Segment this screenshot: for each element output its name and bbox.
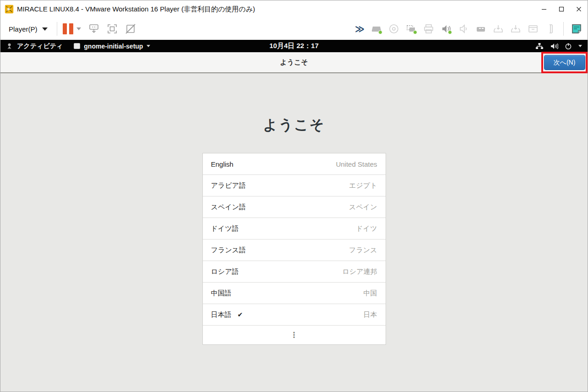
chevron-down-icon[interactable] xyxy=(578,45,582,47)
language-region: ロシア連邦 xyxy=(342,267,377,276)
language-name: 日本語 xyxy=(211,310,232,319)
welcome-heading: ようこそ xyxy=(0,115,588,135)
language-region: United States xyxy=(336,160,377,168)
status-green-dot xyxy=(448,30,452,34)
language-region: スペイン xyxy=(349,203,377,212)
language-row[interactable]: フランス語フランス xyxy=(203,240,386,261)
welcome-screen: ようこそ EnglishUnited Statesアラビア語エジプトスペイン語ス… xyxy=(0,74,588,392)
power-icon[interactable] xyxy=(565,43,572,50)
language-region: ドイツ xyxy=(356,224,377,233)
player-menu-label: Player(P) xyxy=(9,25,38,33)
language-name: スペイン語 xyxy=(211,203,246,212)
sound-card-icon[interactable] xyxy=(440,22,452,35)
distro-logo-icon xyxy=(6,43,13,49)
gnome-top-bar: アクティビティ gnome-initial-setup 10月4日 22：17 xyxy=(0,40,588,52)
usb-device-icon[interactable] xyxy=(474,22,487,35)
status-green-dot xyxy=(413,30,417,34)
language-name: アラビア語 xyxy=(211,181,246,190)
setup-header-bar: ようこそ 次へ(N) xyxy=(0,52,588,73)
check-icon: ✔ xyxy=(238,311,243,318)
toolbar-separator xyxy=(563,22,564,36)
language-list: EnglishUnited Statesアラビア語エジプトスペイン語スペインドイ… xyxy=(202,153,386,345)
vmware-player-logo-icon xyxy=(4,4,14,14)
unity-mode-button[interactable] xyxy=(124,22,137,35)
suspend-options-chevron-icon[interactable] xyxy=(76,27,81,30)
suspend-vm-button[interactable] xyxy=(63,23,73,34)
language-name: ロシア語 xyxy=(211,267,239,276)
language-row[interactable]: ロシア語ロシア連邦 xyxy=(203,261,386,283)
vmware-window: { "vmware": { "title": "MIRACLE LINUX8.4… xyxy=(0,0,588,392)
chevron-down-icon xyxy=(147,45,150,47)
app-menu-button[interactable]: gnome-initial-setup xyxy=(74,43,150,50)
maximize-button[interactable] xyxy=(553,0,570,18)
language-row[interactable]: 中国語中国 xyxy=(203,283,386,304)
printer-icon[interactable] xyxy=(422,22,435,35)
send-ctrl-alt-del-button[interactable] xyxy=(87,22,100,35)
vmware-toolbar: Player(P) ≫ xyxy=(0,18,588,40)
archive-box-icon[interactable] xyxy=(527,22,539,35)
wired-network-icon[interactable] xyxy=(535,43,544,50)
status-green-dot xyxy=(378,30,382,34)
speaker-icon[interactable] xyxy=(457,22,470,35)
close-button[interactable] xyxy=(570,0,588,18)
language-row[interactable]: スペイン語スペイン xyxy=(203,196,386,218)
language-region: フランス xyxy=(349,246,377,255)
window-title: MIRACLE LINUX8.4 - VMware Workstation 16… xyxy=(17,5,255,14)
annotation-highlight: 次へ(N) xyxy=(541,52,588,73)
language-rows: EnglishUnited Statesアラビア語エジプトスペイン語スペインドイ… xyxy=(203,153,386,326)
language-region: エジプト xyxy=(349,181,377,190)
app-menu-label: gnome-initial-setup xyxy=(84,43,143,50)
language-row[interactable]: ドイツ語ドイツ xyxy=(203,218,386,240)
setup-header-title: ようこそ xyxy=(280,58,308,67)
player-menu-button[interactable]: Player(P) xyxy=(5,22,51,36)
language-row[interactable]: EnglishUnited States xyxy=(203,153,386,175)
shared-folder-icon-2[interactable] xyxy=(509,22,522,35)
chevron-down-icon xyxy=(42,27,48,31)
window-icon xyxy=(74,43,80,49)
language-row[interactable]: 日本語✔日本 xyxy=(203,304,386,326)
language-row[interactable]: アラビア語エジプト xyxy=(203,175,386,196)
language-name: English xyxy=(211,160,234,168)
activities-label: アクティビティ xyxy=(17,42,63,50)
fullscreen-button[interactable] xyxy=(106,22,119,35)
hard-disk-icon[interactable] xyxy=(370,22,383,35)
language-region: 日本 xyxy=(364,310,377,319)
vmware-titlebar: MIRACLE LINUX8.4 - VMware Workstation 16… xyxy=(0,0,588,18)
more-languages-row[interactable]: ⋮ xyxy=(203,326,386,344)
shared-folder-icon[interactable] xyxy=(492,22,505,35)
volume-icon[interactable] xyxy=(550,43,558,50)
next-button[interactable]: 次へ(N) xyxy=(544,55,585,70)
language-region: 中国 xyxy=(364,289,377,298)
minimize-button[interactable] xyxy=(535,0,553,18)
language-name: ドイツ語 xyxy=(211,224,239,233)
language-name: フランス語 xyxy=(211,246,246,255)
cd-drive-icon[interactable] xyxy=(387,22,400,35)
language-name: 中国語 xyxy=(211,289,232,298)
sticky-note-icon[interactable] xyxy=(570,22,583,35)
double-chevron-icon[interactable]: ≫ xyxy=(353,22,365,35)
toolbar-separator xyxy=(57,22,57,36)
more-ellipsis-icon: ⋮ xyxy=(290,331,298,339)
network-adapter-icon[interactable] xyxy=(405,22,418,35)
activities-button[interactable]: アクティビティ xyxy=(6,42,63,50)
bracket-icon[interactable] xyxy=(544,22,557,35)
